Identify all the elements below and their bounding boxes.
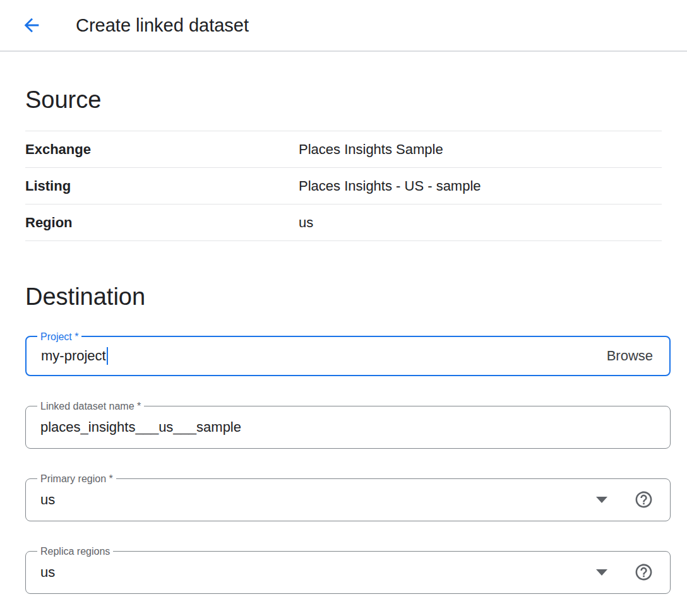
region-label: Region [25, 215, 299, 231]
destination-section-heading: Destination [25, 283, 687, 312]
browse-button[interactable]: Browse [607, 348, 653, 364]
source-table: Exchange Places Insights Sample Listing … [25, 131, 662, 241]
replica-regions-value: us [40, 564, 55, 581]
primary-region-help-button[interactable] [634, 490, 654, 509]
primary-region-label: Primary region * [37, 473, 116, 485]
source-row-region: Region us [25, 204, 662, 241]
replica-regions-help-button[interactable] [634, 562, 654, 582]
linked-dataset-name-value: places_insights___us___sample [40, 419, 241, 435]
primary-region-value: us [40, 492, 55, 508]
listing-value: Places Insights - US - sample [299, 178, 481, 194]
source-row-exchange: Exchange Places Insights Sample [25, 131, 662, 168]
back-button[interactable] [21, 15, 42, 36]
region-value: us [299, 215, 313, 231]
exchange-value: Places Insights Sample [299, 141, 443, 158]
arrow-back-icon [21, 15, 42, 36]
arrow-drop-down-icon[interactable] [596, 497, 607, 503]
project-field-label: Project * [37, 331, 81, 343]
source-section-heading: Source [25, 86, 687, 115]
main-content: Source Exchange Places Insights Sample L… [0, 86, 687, 594]
replica-regions-label: Replica regions [37, 545, 113, 557]
text-cursor [107, 347, 108, 365]
linked-dataset-name-field[interactable]: Linked dataset name * places_insights___… [25, 406, 671, 449]
help-outline-icon [634, 490, 654, 509]
page-title: Create linked dataset [76, 15, 249, 36]
arrow-drop-down-icon[interactable] [596, 569, 607, 576]
project-field[interactable]: Project * my-project Browse [25, 336, 671, 376]
page-header: Create linked dataset [0, 0, 687, 52]
exchange-label: Exchange [25, 141, 299, 158]
replica-regions-select[interactable]: Replica regions us [25, 551, 671, 594]
source-row-listing: Listing Places Insights - US - sample [25, 168, 662, 204]
primary-region-select[interactable]: Primary region * us [25, 478, 671, 521]
listing-label: Listing [25, 178, 299, 194]
help-outline-icon [634, 562, 654, 582]
linked-dataset-name-label: Linked dataset name * [37, 400, 144, 412]
project-field-value: my-project [41, 348, 106, 364]
